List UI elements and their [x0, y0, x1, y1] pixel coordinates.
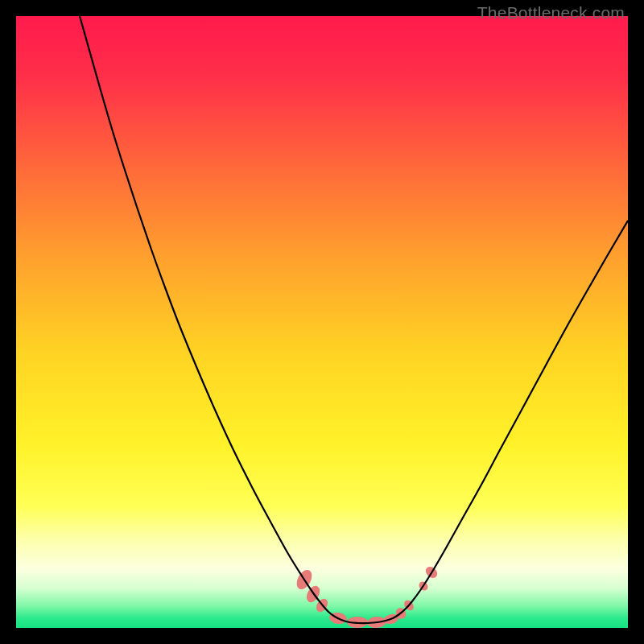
chart-svg: [16, 16, 628, 628]
gradient-background: [16, 16, 628, 628]
chart-frame: [16, 16, 628, 628]
watermark-text: TheBottleneck.com: [477, 3, 625, 23]
